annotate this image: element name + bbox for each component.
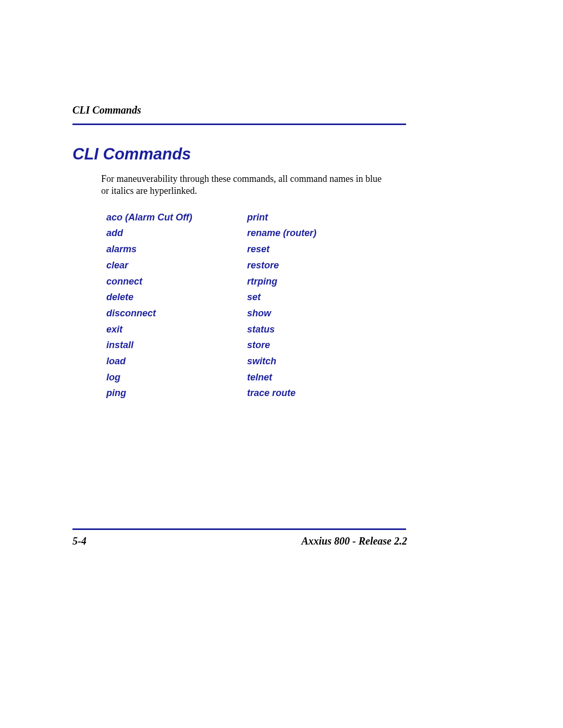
page-number: 5-4 [72, 535, 87, 547]
cmd-link-ping[interactable]: ping [106, 388, 247, 399]
cmd-link-set[interactable]: set [247, 292, 388, 303]
doc-title: Axxius 800 - Release 2.2 [301, 535, 407, 547]
cmd-link-clear[interactable]: clear [106, 260, 247, 271]
cmd-link-load[interactable]: load [106, 356, 247, 367]
cmd-link-rename[interactable]: rename (router) [247, 228, 388, 239]
cmd-link-reset[interactable]: reset [247, 244, 388, 255]
intro-text: For maneuverability through these comman… [101, 173, 390, 198]
header-rule [72, 124, 406, 125]
running-header: CLI Commands [72, 104, 407, 116]
cmd-link-delete[interactable]: delete [106, 292, 247, 303]
cmd-link-connect[interactable]: connect [106, 276, 247, 287]
cmd-link-switch[interactable]: switch [247, 356, 388, 367]
cmd-link-print[interactable]: print [247, 212, 388, 223]
cmd-link-install[interactable]: install [106, 340, 247, 351]
footer-row: 5-4 Axxius 800 - Release 2.2 [72, 535, 407, 547]
cmd-link-show[interactable]: show [247, 308, 388, 319]
page-content: CLI Commands CLI Commands For maneuverab… [72, 104, 407, 404]
cmd-link-telnet[interactable]: telnet [247, 372, 388, 383]
cmd-link-store[interactable]: store [247, 340, 388, 351]
cmd-link-log[interactable]: log [106, 372, 247, 383]
cmd-link-disconnect[interactable]: disconnect [106, 308, 247, 319]
cmd-link-status[interactable]: status [247, 324, 388, 335]
page-title: CLI Commands [72, 145, 407, 164]
cmd-link-alarms[interactable]: alarms [106, 244, 247, 255]
cmd-link-exit[interactable]: exit [106, 324, 247, 335]
cmd-link-restore[interactable]: restore [247, 260, 388, 271]
cmd-link-rtrping[interactable]: rtrping [247, 276, 388, 287]
command-column-left: aco (Alarm Cut Off) add alarms clear con… [106, 212, 247, 404]
command-list: aco (Alarm Cut Off) add alarms clear con… [106, 212, 407, 404]
cmd-link-add[interactable]: add [106, 228, 247, 239]
command-column-right: print rename (router) reset restore rtrp… [247, 212, 388, 404]
page-footer: 5-4 Axxius 800 - Release 2.2 [72, 528, 407, 547]
footer-rule [72, 528, 406, 530]
cmd-link-trace-route[interactable]: trace route [247, 388, 388, 399]
cmd-link-aco[interactable]: aco (Alarm Cut Off) [106, 212, 247, 223]
